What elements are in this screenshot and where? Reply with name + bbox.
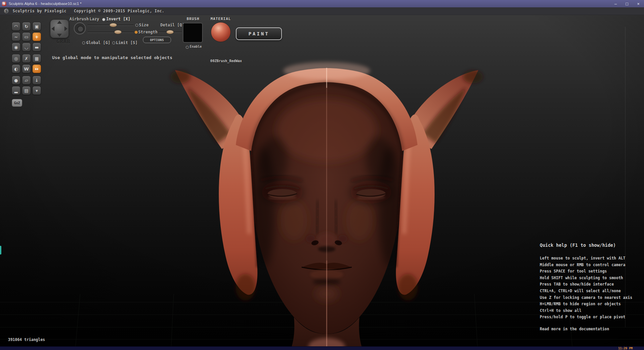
symmetry-line: [326, 68, 327, 350]
app-icon: S: [2, 2, 6, 6]
quick-help-line: Use Z for locking camera to nearest axis: [540, 295, 642, 301]
global-toggle[interactable]: Global [G]: [86, 40, 110, 45]
titlebar[interactable]: S Sculptris Alpha 6 - headsculptbase10.s…: [0, 0, 644, 7]
strength-slider[interactable]: [88, 30, 134, 34]
size-slider-knob[interactable]: [110, 23, 117, 27]
taskbar-clock: 11:29 PM: [618, 347, 633, 350]
quick-help-line: Middle mouse or RMB to control camera: [540, 262, 642, 269]
quick-help-line: Press/hold P to toggle or place pivot: [540, 314, 642, 321]
quick-help-line: Hold SHIFT while sculpting to smooth: [540, 275, 642, 282]
quick-help-line: CTRL+A, CTRL+D will select all/none: [540, 288, 642, 295]
material-name: 00ZBrush_RedWax: [204, 59, 248, 63]
new-plane-button[interactable]: ▱: [22, 76, 31, 84]
sculptris-logo-icon: S: [4, 9, 9, 13]
strength-radio[interactable]: [135, 31, 138, 34]
quick-help-line: Left mouse to sculpt, invert with ALT: [540, 255, 642, 262]
close-button[interactable]: ×: [633, 0, 644, 7]
tool-settings-panel: GRAB Airbrush Lazy Invert [X] Size Detai…: [0, 15, 644, 58]
flatten-plane-button[interactable]: ▂: [12, 86, 20, 95]
global-radio[interactable]: [82, 41, 85, 44]
quick-help-panel: Quick help (F1 to show/hide) Left mouse …: [540, 242, 642, 331]
screen-edge-accent: [0, 246, 1, 254]
quick-help-line: Press TAB to show/hide interface: [540, 281, 642, 288]
window-title: Sculptris Alpha 6 - headsculptbase10.sc1…: [9, 2, 82, 6]
wireframe-toggle-button[interactable]: W: [22, 64, 31, 73]
options-button[interactable]: OPTIONS: [143, 37, 171, 43]
detail-slider[interactable]: [158, 30, 182, 34]
grab-dpad-icon[interactable]: [50, 19, 69, 38]
invert-toggle[interactable]: Invert [X]: [106, 17, 130, 21]
strength-label: Strength: [138, 30, 158, 34]
brush-texture-swatch[interactable]: [183, 23, 203, 43]
size-radio[interactable]: [135, 24, 138, 27]
detail-slider-knob[interactable]: [166, 30, 174, 34]
lazy-toggle[interactable]: Lazy: [90, 17, 99, 21]
copyright-text: Copyright © 2009-2015 Pixologic, Inc.: [74, 9, 164, 13]
paint-mode-button[interactable]: PAINT: [236, 27, 282, 40]
maximize-button[interactable]: □: [621, 0, 633, 7]
brand-text: Sculptris by Pixologic: [13, 9, 66, 13]
detail-label: Detail [Q]: [160, 23, 184, 27]
mask-tool-button[interactable]: ◐: [12, 64, 20, 73]
import-button[interactable]: ↓: [32, 76, 41, 84]
size-label: Size: [139, 23, 149, 27]
quick-help-line: H+LMB/RMB to hide region or objects: [540, 301, 642, 308]
windows-taskbar[interactable]: 11:29 PM: [0, 346, 644, 350]
triangle-count: 391064 triangles: [8, 337, 45, 342]
airbrush-toggle[interactable]: Airbrush: [69, 17, 89, 21]
size-slider[interactable]: [88, 23, 134, 27]
material-section-label: MATERIAL: [210, 17, 231, 21]
goz-button[interactable]: GoZ: [12, 99, 22, 107]
active-tool-name: GRAB: [50, 39, 77, 45]
brush-enable-radio[interactable]: [186, 46, 189, 49]
brush-enable-label[interactable]: Enable: [190, 45, 202, 48]
minimize-button[interactable]: –: [610, 0, 621, 7]
symmetry-toggle-button[interactable]: ↔: [32, 64, 41, 73]
menubar: S Sculptris by Pixologic Copyright © 200…: [0, 7, 644, 15]
new-sphere-button[interactable]: ●: [12, 76, 20, 84]
save-file-button[interactable]: ▾: [32, 86, 41, 95]
open-file-button[interactable]: ▤: [22, 86, 31, 95]
limit-toggle[interactable]: Limit [S]: [116, 40, 138, 45]
limit-radio[interactable]: [112, 41, 115, 44]
quick-help-title: Quick help (F1 to show/hide): [540, 242, 642, 248]
strength-slider-knob[interactable]: [114, 30, 122, 34]
brush-section-label: BRUSH: [183, 17, 203, 21]
brush-preview-knob[interactable]: [74, 22, 86, 34]
quick-help-line: Ctrl+H to show all: [540, 308, 642, 314]
material-sphere-swatch[interactable]: [211, 22, 231, 42]
invert-radio[interactable]: [102, 18, 105, 21]
quick-help-footer: Read more in the documentation: [540, 327, 642, 331]
quick-help-line: Press SPACE for tool settings: [540, 268, 642, 275]
